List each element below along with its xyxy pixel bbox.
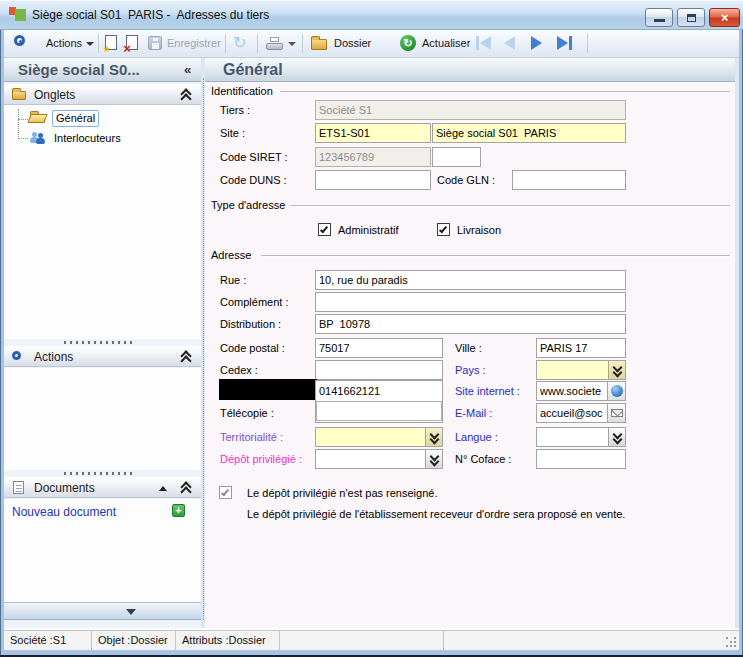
actions-collapse-icon[interactable] xyxy=(180,351,191,363)
site-internet-label[interactable]: Site internet : xyxy=(455,381,520,401)
site-internet-field[interactable]: www.societe xyxy=(536,381,608,401)
documents-section-header[interactable]: Documents xyxy=(4,477,201,498)
depot-note-line1: Le dépôt privilégié n'est pas renseigné. xyxy=(247,487,437,499)
site-code-field[interactable]: ETS1-S01 xyxy=(315,123,431,143)
pays-dropdown-button[interactable] xyxy=(608,361,625,379)
toolbar-separator xyxy=(587,34,588,53)
check-icon xyxy=(221,488,229,497)
dossier-button[interactable]: Dossier xyxy=(334,37,371,49)
documents-section-label: Documents xyxy=(34,478,95,498)
documents-panel: Nouveau document + xyxy=(4,499,201,602)
dossier-folder-icon xyxy=(311,39,327,50)
telecopie-field[interactable] xyxy=(316,401,442,421)
chevron-double-down-icon xyxy=(429,431,440,443)
open-website-button[interactable] xyxy=(608,381,626,401)
save-button[interactable]: Enregistrer xyxy=(167,37,221,49)
rue-field[interactable]: 10, rue du paradis xyxy=(315,270,626,290)
territorialite-dropdown-button[interactable] xyxy=(425,428,442,446)
siret-label: Code SIRET : xyxy=(220,147,288,167)
complement-field[interactable] xyxy=(315,292,626,312)
maximize-icon xyxy=(687,14,696,22)
duns-label: Code DUNS : xyxy=(220,170,287,190)
toolbar-separator xyxy=(302,34,303,53)
siret-extra-field[interactable] xyxy=(432,147,481,167)
app-window: Siège social S01 PARIS - Adresses du tie… xyxy=(0,0,743,657)
actions-section-header[interactable]: Actions xyxy=(4,346,201,367)
documents-up-arrow-icon[interactable] xyxy=(159,486,167,491)
depot-privilegie-combo[interactable]: DEP1-S01 xyxy=(315,449,443,469)
globe-icon xyxy=(611,385,623,397)
distribution-field[interactable]: BP 10978 xyxy=(315,314,626,334)
content-area: Siège social S0... « Onglets Général Int… xyxy=(4,58,739,630)
sidebar-splitter[interactable] xyxy=(64,472,136,475)
site-name-field[interactable]: Siège social S01 PARIS xyxy=(432,123,626,143)
title-bar[interactable]: Siège social S01 PARIS - Adresses du tie… xyxy=(0,0,743,30)
new-record-button[interactable]: ★ xyxy=(105,35,117,50)
redacted-telephone-label xyxy=(219,379,317,400)
actions-dropdown-icon[interactable] xyxy=(86,42,94,46)
depot-dropdown-button[interactable] xyxy=(425,450,442,468)
pays-label[interactable]: Pays : xyxy=(455,360,486,380)
langue-dropdown-button[interactable] xyxy=(608,428,625,446)
territorialite-label[interactable]: Territorialité : xyxy=(220,427,283,447)
toolbar-separator xyxy=(225,34,226,53)
general-open-folder-icon xyxy=(30,114,45,123)
delete-record-button[interactable]: × xyxy=(126,35,138,50)
window-title: Siège social S01 PARIS - Adresses du tie… xyxy=(32,8,269,22)
cedex-field[interactable] xyxy=(315,360,443,380)
pays-combo[interactable]: GB xyxy=(536,360,626,380)
siret-field: 123456789 xyxy=(315,147,431,167)
coface-label: N° Coface : xyxy=(455,449,511,469)
ville-field[interactable]: PARIS 17 xyxy=(536,338,626,358)
documents-collapse-icon[interactable] xyxy=(180,482,191,494)
chevron-double-down-icon xyxy=(612,364,623,376)
gln-field[interactable] xyxy=(512,170,626,190)
sidebar-collapse-button[interactable]: « xyxy=(184,58,191,81)
print-button[interactable] xyxy=(266,37,283,50)
onglets-section-header[interactable]: Onglets xyxy=(4,84,201,105)
minimize-button[interactable] xyxy=(645,8,673,27)
resize-grip[interactable] xyxy=(726,637,736,647)
onglets-collapse-icon[interactable] xyxy=(180,89,191,101)
tree-item-label[interactable]: Interlocuteurs xyxy=(54,131,121,146)
actualiser-icon: ↻ xyxy=(400,35,416,51)
territorialite-combo[interactable]: METROPOLE xyxy=(315,427,443,447)
actualiser-button[interactable]: Actualiser xyxy=(422,37,470,49)
duns-field[interactable] xyxy=(315,170,431,190)
app-icon xyxy=(9,7,27,23)
actions-target-icon xyxy=(12,351,21,360)
langue-combo[interactable]: FR xyxy=(536,427,626,447)
close-button[interactable]: × xyxy=(709,8,740,27)
print-dropdown-icon[interactable] xyxy=(288,42,296,46)
actions-menu-button[interactable]: Actions xyxy=(46,37,82,49)
code-postal-field[interactable]: 75017 xyxy=(315,338,443,358)
sidebar-title: Siège social S0... xyxy=(18,58,140,81)
code-postal-label: Code postal : xyxy=(220,338,285,358)
send-email-button[interactable] xyxy=(608,403,626,423)
toolbar: Actions ★ × Enregistrer ↻ Dossier ↻ Actu… xyxy=(4,30,739,58)
refresh-icon[interactable]: ↻ xyxy=(233,35,246,51)
sidebar-expand-down-icon[interactable] xyxy=(126,609,136,615)
livraison-checkbox[interactable] xyxy=(437,223,450,236)
new-document-link[interactable]: Nouveau document xyxy=(12,505,116,519)
tree-item-label[interactable]: Général xyxy=(52,110,99,127)
save-icon[interactable] xyxy=(148,36,162,50)
maximize-button[interactable] xyxy=(677,8,705,27)
email-label[interactable]: E-Mail : xyxy=(455,403,492,423)
depot-privilegie-label[interactable]: Dépôt privilégié : xyxy=(220,449,302,469)
distribution-label: Distribution : xyxy=(220,314,281,334)
sidebar-header: Siège social S0... « xyxy=(4,58,201,82)
add-document-button[interactable]: + xyxy=(172,504,185,517)
cedex-label: Cedex : xyxy=(220,360,258,380)
adresse-group-label: Adresse xyxy=(211,249,256,261)
chevron-double-down-icon xyxy=(429,453,440,465)
administratif-checkbox[interactable] xyxy=(318,223,331,236)
langue-label[interactable]: Langue : xyxy=(455,427,498,447)
check-icon xyxy=(439,225,447,234)
coface-field[interactable] xyxy=(536,449,626,469)
status-empty-cell xyxy=(280,631,444,651)
tiers-field: Société S1 xyxy=(315,100,626,120)
sidebar-splitter[interactable] xyxy=(64,341,136,344)
type-adresse-group-label: Type d'adresse xyxy=(211,199,290,211)
email-field[interactable]: accueil@soc xyxy=(536,403,608,423)
